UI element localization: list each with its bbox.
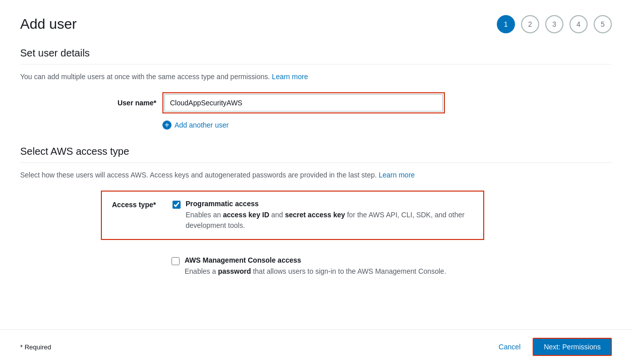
- required-note: * Required: [20, 343, 51, 351]
- user-name-label: User name*: [101, 99, 156, 107]
- access-type-title: Select AWS access type: [20, 146, 612, 163]
- plus-icon: +: [162, 120, 171, 130]
- programmatic-access-content: Programmatic access Enables an access ke…: [186, 200, 473, 231]
- step-indicators: 1 2 3 4 5: [497, 15, 612, 33]
- programmatic-access-title: Programmatic access: [186, 200, 473, 208]
- select-access-type-section: Select AWS access type Select how these …: [20, 146, 612, 285]
- footer-actions: Cancel Next: Permissions: [493, 338, 612, 356]
- access-type-description: Select how these users will access AWS. …: [20, 170, 612, 180]
- page-title: Add user: [20, 16, 77, 32]
- next-permissions-button[interactable]: Next: Permissions: [533, 338, 612, 356]
- console-access-checkbox[interactable]: [171, 257, 180, 265]
- programmatic-access-row: Access type* Programmatic access Enables…: [112, 200, 473, 231]
- user-name-wrapper: [162, 92, 445, 113]
- step-2: 2: [521, 15, 539, 33]
- access-type-label: Access type*: [112, 200, 167, 209]
- step-4: 4: [569, 15, 588, 33]
- programmatic-access-desc: Enables an access key ID and secret acce…: [186, 210, 473, 231]
- step-5: 5: [594, 15, 612, 33]
- programmatic-access-checkbox[interactable]: [173, 201, 181, 209]
- console-access-row: AWS Management Console access Enables a …: [101, 248, 484, 285]
- programmatic-access-box: Access type* Programmatic access Enables…: [101, 191, 484, 240]
- console-access-title: AWS Management Console access: [185, 256, 474, 264]
- access-type-learn-more[interactable]: Learn more: [379, 171, 415, 179]
- add-another-user-row: + Add another user: [20, 120, 612, 130]
- page-footer: * Required Cancel Next: Permissions: [0, 329, 632, 364]
- cancel-button[interactable]: Cancel: [493, 339, 527, 355]
- user-name-row: User name*: [20, 92, 612, 113]
- step-1: 1: [497, 15, 515, 33]
- add-another-user-label: Add another user: [175, 121, 228, 129]
- console-access-content: AWS Management Console access Enables a …: [185, 256, 474, 277]
- step-3: 3: [545, 15, 563, 33]
- page-header: Add user 1 2 3 4 5: [20, 15, 612, 33]
- set-user-details-title: Set user details: [20, 47, 612, 65]
- set-user-details-description: You can add multiple users at once with …: [20, 72, 612, 82]
- user-name-input[interactable]: [164, 94, 443, 111]
- set-user-details-learn-more[interactable]: Learn more: [272, 73, 308, 81]
- set-user-details-section: Set user details You can add multiple us…: [20, 47, 612, 130]
- console-access-desc: Enables a password that allows users to …: [185, 266, 474, 277]
- add-another-user-button[interactable]: + Add another user: [162, 120, 228, 130]
